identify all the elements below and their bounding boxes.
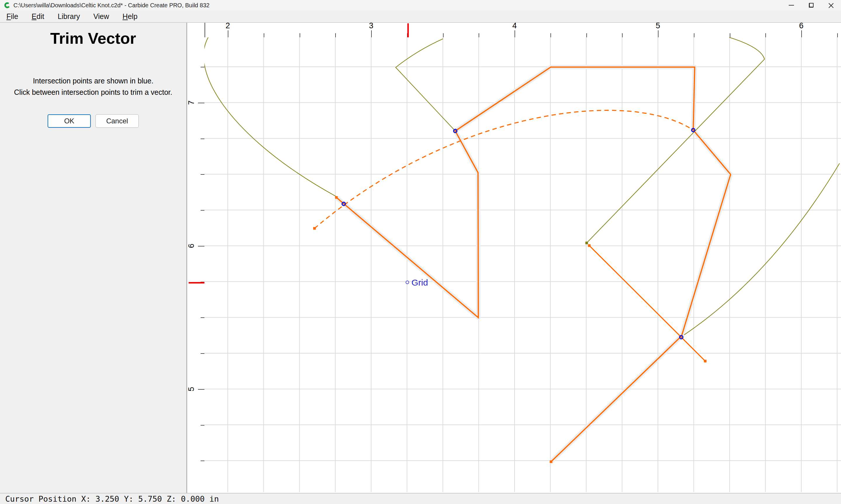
olive-curve-top-left[interactable] <box>204 37 336 196</box>
title-bar: C:\Users\willa\Downloads\Celtic Knot.c2d… <box>0 0 841 11</box>
grid-snap-indicator: Grid <box>406 278 428 287</box>
orange-segment-lower-right[interactable] <box>589 246 705 361</box>
grid-lines <box>204 37 841 492</box>
ruler-label: 6 <box>187 244 196 248</box>
ruler-label: 5 <box>656 21 660 30</box>
page-title: Trim Vector <box>0 29 186 47</box>
vertical-ruler: 765 <box>189 23 205 492</box>
close-button[interactable] <box>821 0 841 11</box>
window-controls <box>782 0 841 11</box>
restore-button[interactable] <box>801 0 821 11</box>
ruler-tick <box>479 33 479 37</box>
ruler-tick <box>622 33 622 37</box>
cursor-x-marker <box>407 23 409 37</box>
ruler-tick <box>694 33 694 37</box>
ruler-tick <box>730 33 730 37</box>
close-icon <box>828 3 834 8</box>
ok-button[interactable]: OK <box>48 114 91 128</box>
ruler-tick <box>198 246 204 247</box>
ruler-tick <box>550 33 551 37</box>
ruler-tick <box>443 33 444 37</box>
status-bar: Cursor Position X: 3.250 Y: 5.750 Z: 0.0… <box>0 493 841 504</box>
ruler-tick <box>201 425 204 426</box>
design-canvas[interactable]: Grid <box>204 37 841 492</box>
ruler-tick <box>201 174 204 175</box>
ruler-tick <box>198 103 204 103</box>
menu-bar: FileEditLibraryViewHelp <box>0 11 841 23</box>
ruler-tick <box>586 33 587 37</box>
ruler-tick <box>766 33 766 37</box>
minimize-button[interactable] <box>782 0 801 11</box>
ruler-label: 7 <box>187 100 196 105</box>
ruler-tick <box>658 30 658 37</box>
ruler-tick <box>801 30 802 37</box>
ruler-label: 4 <box>512 21 517 30</box>
ruler-tick <box>201 139 204 139</box>
ruler-tick <box>201 461 204 461</box>
trim-vector-panel: Trim Vector Intersection points are show… <box>0 23 187 493</box>
menu-item-file[interactable]: File <box>2 11 23 22</box>
cursor-y-marker <box>189 282 204 284</box>
ruler-label: 6 <box>799 21 803 30</box>
intersection-points <box>342 129 695 339</box>
instruction-line-1: Intersection points are shown in blue. <box>0 75 186 87</box>
app-logo-icon <box>4 2 11 8</box>
workspace: 23456 765 <box>187 23 841 493</box>
minimize-icon <box>789 5 794 5</box>
menu-item-view[interactable]: View <box>89 11 114 22</box>
orange-path-halo <box>337 67 731 462</box>
ruler-label: 2 <box>225 21 230 30</box>
olive-petal-top-center[interactable] <box>396 39 455 131</box>
instruction-line-2: Click between intersection points to tri… <box>0 87 186 98</box>
restore-icon <box>809 3 813 7</box>
orange-selected-path[interactable] <box>337 67 731 462</box>
ruler-tick <box>198 389 204 390</box>
ruler-tick <box>201 67 204 67</box>
panel-instructions: Intersection points are shown in blue. C… <box>0 75 186 98</box>
menu-item-edit[interactable]: Edit <box>27 11 49 22</box>
cancel-button[interactable]: Cancel <box>96 114 139 128</box>
cursor-position-readout: Cursor Position X: 3.250 Y: 5.750 Z: 0.0… <box>5 494 219 503</box>
ruler-tick <box>201 317 204 318</box>
path-endpoint-nodes <box>313 196 707 463</box>
ruler-tick <box>837 33 838 37</box>
ruler-tick <box>299 33 300 37</box>
menu-item-library[interactable]: Library <box>53 11 84 22</box>
ruler-tick <box>371 30 372 37</box>
ruler-tick <box>335 33 336 37</box>
ruler-tick <box>515 30 515 37</box>
window-title: C:\Users\willa\Downloads\Celtic Knot.c2d… <box>14 2 209 9</box>
ruler-tick <box>228 30 228 37</box>
horizontal-ruler: 23456 <box>189 23 841 38</box>
ruler-tick <box>201 210 204 211</box>
menu-item-help[interactable]: Help <box>118 11 142 22</box>
ruler-tick <box>264 33 264 37</box>
ruler-label: 5 <box>187 387 196 391</box>
ruler-label: 3 <box>369 21 373 30</box>
grid-snap-label: Grid <box>411 278 428 287</box>
ruler-tick <box>201 353 204 354</box>
